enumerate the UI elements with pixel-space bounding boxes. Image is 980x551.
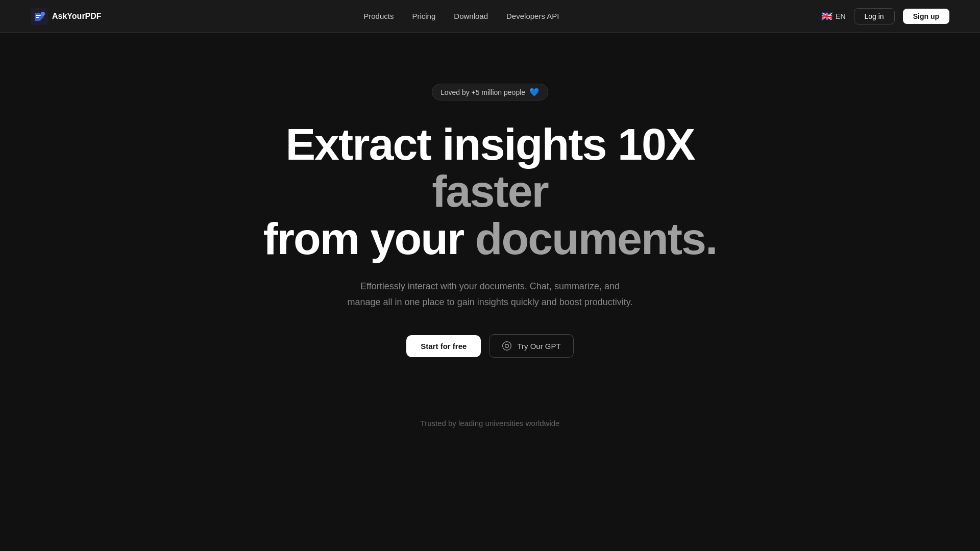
loved-badge: Loved by +5 million people 💙 bbox=[432, 84, 548, 101]
cta-group: Start for free Try Our GPT bbox=[406, 334, 573, 358]
nav-pricing[interactable]: Pricing bbox=[412, 12, 435, 20]
headline-faster: faster bbox=[432, 166, 548, 216]
heart-icon: 💙 bbox=[529, 87, 540, 97]
nav-links: Products Pricing Download Developers API bbox=[363, 12, 559, 21]
nav-products[interactable]: Products bbox=[363, 12, 394, 20]
badge-text: Loved by +5 million people bbox=[440, 88, 525, 96]
gpt-button-label: Try Our GPT bbox=[517, 342, 560, 350]
language-selector[interactable]: 🇬🇧 EN bbox=[821, 11, 845, 22]
hero-subtext: Effortlessly interact with your document… bbox=[347, 279, 633, 310]
trusted-section: Trusted by leading universities worldwid… bbox=[0, 388, 980, 428]
svg-point-5 bbox=[503, 342, 511, 350]
nav-download[interactable]: Download bbox=[454, 12, 488, 20]
openai-icon bbox=[502, 341, 512, 351]
headline-documents: documents. bbox=[475, 213, 717, 264]
headline-extract: Extract insights bbox=[285, 119, 618, 169]
lang-code: EN bbox=[836, 12, 845, 20]
logo-text: AskYourPDF bbox=[52, 12, 102, 21]
signup-button[interactable]: Sign up bbox=[903, 9, 949, 24]
flag-icon: 🇬🇧 bbox=[821, 11, 832, 22]
hero-section: Loved by +5 million people 💙 Extract ins… bbox=[0, 33, 980, 388]
nav-right: 🇬🇧 EN Log in Sign up bbox=[821, 8, 949, 24]
svg-text:...: ... bbox=[42, 13, 44, 16]
navbar: ... AskYourPDF Products Pricing Download… bbox=[0, 0, 980, 33]
svg-rect-1 bbox=[36, 15, 41, 16]
logo-icon: ... bbox=[31, 8, 48, 25]
start-free-button[interactable]: Start for free bbox=[406, 335, 481, 357]
nav-developers[interactable]: Developers API bbox=[506, 12, 559, 20]
hero-headline: Extract insights 10X faster from your do… bbox=[235, 121, 745, 262]
trusted-label: Trusted by leading universities worldwid… bbox=[20, 419, 960, 428]
try-gpt-button[interactable]: Try Our GPT bbox=[489, 334, 573, 358]
svg-rect-2 bbox=[36, 17, 39, 18]
headline-10x: 10X bbox=[618, 119, 695, 169]
login-button[interactable]: Log in bbox=[854, 8, 895, 24]
headline-from: from your bbox=[263, 213, 475, 264]
logo-link[interactable]: ... AskYourPDF bbox=[31, 8, 102, 25]
